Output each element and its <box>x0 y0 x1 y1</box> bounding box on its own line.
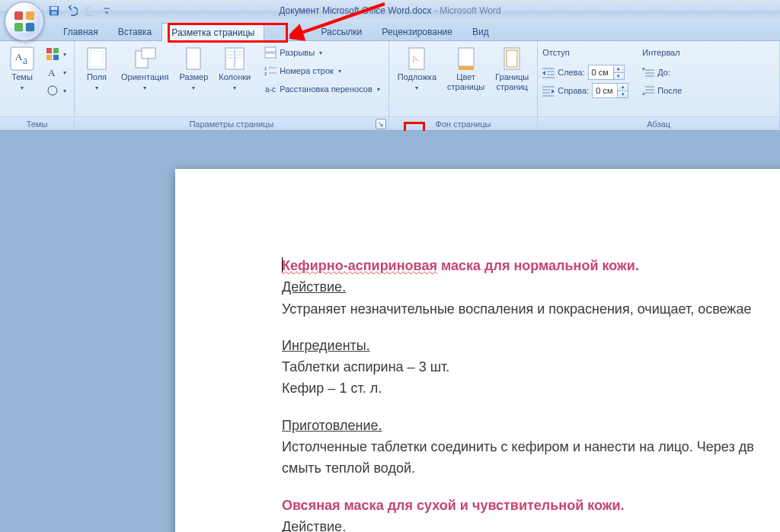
svg-rect-1 <box>51 7 58 10</box>
doc-subhead-2: Ингредиенты. <box>282 336 769 355</box>
indent-left-input[interactable]: 0 см▴▾ <box>588 65 625 80</box>
indent-right-input[interactable]: 0 см▴▾ <box>592 83 628 98</box>
svg-rect-11 <box>53 48 59 53</box>
page-color-button[interactable]: Цвет страницы <box>443 44 488 94</box>
group-page-background: A Подложка▾ Цвет страницы Границы страни… <box>389 41 538 130</box>
effects-icon <box>46 84 59 97</box>
hyphenation-icon: a-c <box>264 83 277 95</box>
svg-rect-30 <box>265 53 276 58</box>
group-themes: Aa Темы▾ ▾ A▾ ▾ Темы <box>0 41 75 130</box>
indent-left-icon <box>542 66 555 78</box>
doc-text: Истолченные таблетки соединить с кефиром… <box>282 438 769 456</box>
page-color-icon <box>454 46 478 71</box>
svg-text:A: A <box>48 67 56 78</box>
doc-heading-2: Овсяная маска для сухой и чувствительной… <box>282 496 769 514</box>
watermark-icon: A <box>404 46 429 71</box>
svg-text:A: A <box>15 51 23 62</box>
tab-references[interactable]: Ссыки <box>264 22 311 40</box>
size-button[interactable]: Размер▾ <box>175 44 212 95</box>
svg-rect-20 <box>187 48 200 69</box>
themes-button[interactable]: Aa Темы▾ <box>5 44 40 95</box>
svg-rect-38 <box>459 48 474 66</box>
tab-review[interactable]: Рецензирование <box>372 22 462 40</box>
tab-view[interactable]: Вид <box>462 22 499 40</box>
svg-rect-2 <box>52 11 57 14</box>
line-numbers-icon: 12 <box>264 65 277 77</box>
document-name: Документ Microsoft Office Word.docx <box>279 5 431 16</box>
doc-text: Кефир – 1 ст. л. <box>282 379 769 397</box>
svg-rect-10 <box>46 48 52 53</box>
fonts-icon: A <box>46 66 59 78</box>
svg-rect-13 <box>53 55 59 60</box>
group-paragraph: Отступ Слева: 0 см▴▾ Справа: 0 см▴▾ Инте… <box>538 41 780 130</box>
orientation-icon <box>133 46 157 71</box>
margins-button[interactable]: Поля▾ <box>79 44 114 95</box>
tab-insert[interactable]: Вставка <box>108 22 162 40</box>
document-workspace[interactable]: Кефирно-аспириновая маска для нормальной… <box>0 131 780 532</box>
indent-left-label: Слева: <box>558 68 584 77</box>
page-size-icon <box>181 46 206 71</box>
page-setup-dialog-launcher[interactable]: ↘ <box>376 119 386 129</box>
svg-rect-12 <box>46 55 52 60</box>
margins-icon <box>85 46 109 71</box>
svg-rect-39 <box>459 66 474 70</box>
group-label-page-bg: Фон страницы <box>389 116 537 130</box>
tab-home[interactable]: Главная <box>53 22 108 40</box>
doc-subhead-4: Действие. <box>282 518 769 532</box>
ribbon-tabs: Главная Вставка Разметка страницы Ссыки … <box>0 21 780 41</box>
page-borders-icon <box>500 46 524 71</box>
app-name: Microsoft Word <box>440 5 500 16</box>
theme-colors-button[interactable]: ▾ <box>43 46 70 62</box>
svg-text:2: 2 <box>264 72 267 76</box>
spacing-heading: Интервал <box>642 44 682 61</box>
indent-heading: Отступ <box>542 44 628 61</box>
watermark-button[interactable]: A Подложка▾ <box>394 44 440 95</box>
ribbon: Aa Темы▾ ▾ A▾ ▾ Темы Поля▾ Ориентация▾ <box>0 41 780 131</box>
title-bar: Документ Microsoft Office Word.docx - Mi… <box>0 0 780 21</box>
svg-text:1: 1 <box>264 66 267 71</box>
spacing-after-icon <box>642 84 654 97</box>
svg-rect-3 <box>14 11 23 20</box>
doc-text: Устраняет незначительные воспаления и по… <box>282 300 769 318</box>
breaks-button[interactable]: Разрывы▾ <box>261 44 383 61</box>
tab-mailings[interactable]: Рассылки <box>311 22 372 40</box>
group-label-page-setup: Параметры страницы ↘ <box>75 116 388 130</box>
qat-customize-button[interactable] <box>102 4 111 18</box>
redo-button[interactable] <box>84 4 98 18</box>
themes-icon: Aa <box>10 46 34 71</box>
window-title: Документ Microsoft Office Word.docx - Mi… <box>0 5 780 16</box>
spacing-after-label: После <box>657 86 682 95</box>
columns-button[interactable]: Колонки▾ <box>215 44 254 95</box>
theme-effects-button[interactable]: ▾ <box>43 82 70 99</box>
breaks-icon <box>264 46 277 59</box>
svg-rect-5 <box>14 23 23 31</box>
doc-subhead-1: Действие. <box>282 278 769 296</box>
theme-fonts-button[interactable]: A▾ <box>43 64 70 81</box>
page-borders-button[interactable]: Границы страниц <box>491 44 532 94</box>
svg-point-15 <box>48 86 57 95</box>
group-label-paragraph: Абзац <box>538 116 779 130</box>
save-button[interactable] <box>47 4 61 18</box>
group-label-themes: Темы <box>0 116 74 130</box>
orientation-button[interactable]: Ориентация▾ <box>117 44 172 95</box>
spacing-before-label: До: <box>657 68 670 77</box>
columns-icon <box>222 46 247 71</box>
doc-text: смыть теплой водой. <box>282 459 769 477</box>
document-page[interactable]: Кефирно-аспириновая маска для нормальной… <box>175 169 780 532</box>
doc-heading-1: Кефирно-аспириновая маска для нормальной… <box>282 256 769 275</box>
tab-page-layout[interactable]: Разметка страницы <box>161 23 264 41</box>
doc-text: Таблетки аспирина – 3 шт. <box>282 358 769 376</box>
svg-rect-29 <box>265 47 276 52</box>
undo-button[interactable] <box>66 4 79 18</box>
svg-rect-6 <box>26 23 34 31</box>
svg-rect-19 <box>142 48 155 59</box>
group-page-setup: Поля▾ Ориентация▾ Размер▾ Колонки▾ Разры… <box>75 41 389 130</box>
doc-subhead-3: Приготовление. <box>282 416 769 435</box>
svg-text:a-c: a-c <box>265 85 276 94</box>
line-numbers-button[interactable]: 12Номера строк▾ <box>261 62 383 79</box>
quick-access-toolbar <box>47 4 111 18</box>
indent-right-icon <box>542 84 555 97</box>
indent-right-label: Справа: <box>558 86 589 95</box>
hyphenation-button[interactable]: a-cРасстановка переносов▾ <box>261 81 383 97</box>
office-button[interactable] <box>5 2 44 41</box>
